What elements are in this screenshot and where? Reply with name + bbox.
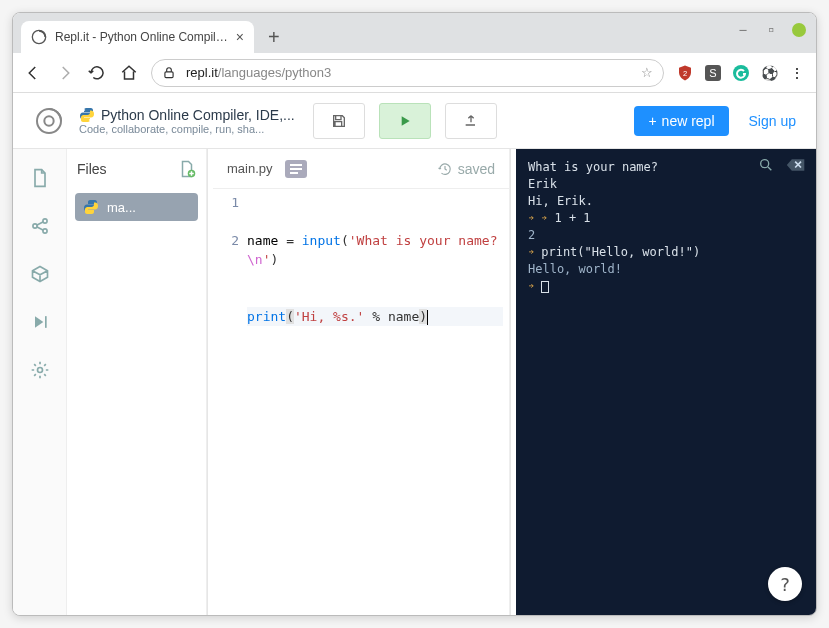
- line-number: 1: [219, 193, 239, 212]
- svg-text:S: S: [709, 67, 716, 79]
- close-icon[interactable]: ×: [236, 29, 244, 45]
- python-icon: [83, 199, 99, 215]
- file-item[interactable]: ma...: [75, 193, 198, 221]
- extension-soccer-icon[interactable]: ⚽: [760, 64, 778, 82]
- back-button[interactable]: [23, 63, 43, 83]
- editor-pane: main.py saved 1 2: [213, 149, 510, 615]
- forward-button[interactable]: [55, 63, 75, 83]
- window-minimize-icon[interactable]: －: [736, 23, 750, 37]
- terminal-line: ￫ ￫ 1 + 1: [528, 210, 804, 227]
- svg-point-16: [761, 160, 769, 168]
- browser-tabstrip: Repl.it - Python Online Compil… × + － ▫: [13, 13, 816, 53]
- file-tab[interactable]: main.py: [227, 161, 273, 176]
- save-button[interactable]: [313, 103, 365, 139]
- svg-point-9: [89, 119, 90, 120]
- line-number: 2: [219, 231, 239, 250]
- files-panel: Files ma...: [67, 149, 207, 615]
- browser-toolbar: repl.it /languages/python3 ☆ 2 S ⚽ ⋮: [13, 53, 816, 93]
- prompt-icon: ￫: [528, 279, 534, 293]
- terminal-cursor: [541, 281, 549, 293]
- browser-tab[interactable]: Repl.it - Python Online Compil… ×: [21, 21, 254, 53]
- url-path: /languages/python3: [218, 65, 331, 80]
- settings-gear-icon[interactable]: [29, 359, 51, 381]
- sign-up-link[interactable]: Sign up: [749, 113, 796, 129]
- svg-point-14: [37, 368, 42, 373]
- new-tab-button[interactable]: +: [268, 26, 280, 49]
- svg-text:2: 2: [683, 69, 687, 78]
- new-repl-button[interactable]: + new repl: [634, 106, 728, 136]
- address-bar[interactable]: repl.it /languages/python3 ☆: [151, 59, 664, 87]
- terminal-line: ￫: [528, 278, 804, 295]
- home-button[interactable]: [119, 63, 139, 83]
- saved-status: saved: [438, 161, 495, 177]
- terminal-line: 2: [528, 227, 804, 244]
- tab-title: Repl.it - Python Online Compil…: [55, 30, 228, 44]
- reload-button[interactable]: [87, 63, 107, 83]
- clear-icon[interactable]: [786, 158, 806, 172]
- code-editor[interactable]: 1 2 name = input('What is your name?\n')…: [213, 189, 509, 615]
- lock-icon: [162, 66, 176, 80]
- file-tab-label: main.py: [227, 161, 273, 176]
- star-icon[interactable]: ☆: [641, 65, 653, 80]
- packages-icon[interactable]: [29, 263, 51, 285]
- run-button[interactable]: [379, 103, 431, 139]
- extension-grammarly-icon[interactable]: [732, 64, 750, 82]
- replit-favicon: [31, 29, 47, 45]
- plus-icon: +: [648, 113, 656, 129]
- svg-point-7: [44, 116, 53, 125]
- history-icon: [438, 162, 452, 176]
- share-nodes-icon[interactable]: [29, 215, 51, 237]
- python-icon: [79, 107, 95, 123]
- svg-point-8: [84, 109, 85, 110]
- terminal-pane[interactable]: What is your name? Erik Hi, Erik. ￫ ￫ 1 …: [516, 149, 816, 615]
- terminal-line: ￫ print("Hello, world!"): [528, 244, 804, 261]
- add-file-button[interactable]: [178, 160, 196, 178]
- replit-logo[interactable]: [33, 105, 65, 137]
- search-icon[interactable]: [758, 157, 774, 173]
- terminal-line: Hello, world!: [528, 261, 804, 278]
- help-button[interactable]: ?: [768, 567, 802, 601]
- window-close-icon[interactable]: [792, 23, 806, 37]
- debugger-icon[interactable]: [29, 311, 51, 333]
- browser-menu-icon[interactable]: ⋮: [788, 64, 806, 82]
- text-cursor: [427, 310, 428, 325]
- terminal-line: Hi, Erik.: [528, 193, 804, 210]
- page-subtitle: Code, collaborate, compile, run, sha...: [79, 123, 299, 135]
- window-maximize-icon[interactable]: ▫: [764, 23, 778, 37]
- format-button[interactable]: [285, 160, 307, 178]
- files-icon[interactable]: [29, 167, 51, 189]
- files-label: Files: [77, 161, 107, 177]
- icon-sidebar: [13, 149, 67, 615]
- svg-rect-1: [165, 71, 173, 77]
- app-header: Python Online Compiler, IDE,... Code, co…: [13, 93, 816, 149]
- extension-shield-icon[interactable]: 2: [676, 64, 694, 82]
- file-item-label: ma...: [107, 200, 136, 215]
- svg-rect-13: [45, 316, 47, 328]
- terminal-line: Erik: [528, 176, 804, 193]
- extension-s-icon[interactable]: S: [704, 64, 722, 82]
- url-host: repl.it: [186, 65, 218, 80]
- share-button[interactable]: [445, 103, 497, 139]
- page-title: Python Online Compiler, IDE,...: [101, 107, 295, 123]
- new-repl-label: new repl: [662, 113, 715, 129]
